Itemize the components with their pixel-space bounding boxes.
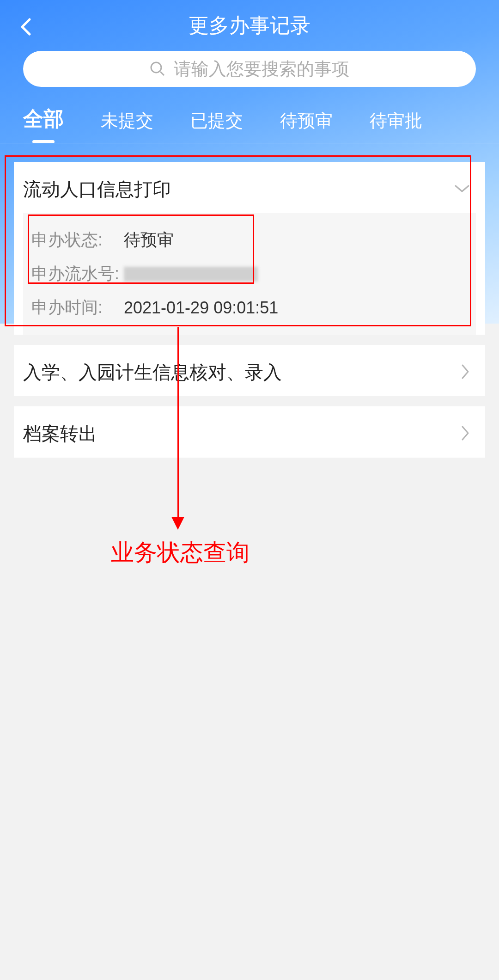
record-details: 申办状态: 待预审 申办流水号: 申办时间: 2021-01-29 09:01:… xyxy=(23,213,476,335)
tab-pending-approval[interactable]: 待审批 xyxy=(370,101,422,143)
search-icon xyxy=(150,61,165,77)
back-button[interactable] xyxy=(16,18,35,36)
chevron-right-icon xyxy=(460,363,470,382)
tab-submitted[interactable]: 已提交 xyxy=(190,101,243,143)
record-card-expanded: 流动人口信息打印 申办状态: 待预审 申办流水号: 申办时间: xyxy=(14,162,485,335)
search-placeholder: 请输入您要搜索的事项 xyxy=(174,57,349,81)
header-bar: 更多办事记录 xyxy=(0,0,499,51)
tab-bar: 全部 未提交 已提交 待预审 待审批 xyxy=(0,101,499,143)
detail-status-value: 待预审 xyxy=(124,229,174,251)
search-input[interactable]: 请输入您要搜索的事项 xyxy=(23,51,476,87)
tab-unsubmitted[interactable]: 未提交 xyxy=(101,101,153,143)
chevron-left-icon xyxy=(19,18,31,36)
detail-time-label: 申办时间: xyxy=(31,296,124,319)
detail-time-value: 2021-01-29 09:01:51 xyxy=(124,298,278,318)
record-card: 入学、入园计生信息核对、录入 xyxy=(14,345,485,396)
detail-status-label: 申办状态: xyxy=(31,229,124,251)
detail-serial-row: 申办流水号: xyxy=(31,257,468,291)
tab-pending-prereview[interactable]: 待预审 xyxy=(280,101,333,143)
svg-point-0 xyxy=(151,62,161,73)
detail-status-row: 申办状态: 待预审 xyxy=(31,223,468,257)
record-list: 流动人口信息打印 申办状态: 待预审 申办流水号: 申办时间: xyxy=(0,162,499,458)
record-title: 入学、入园计生信息核对、录入 xyxy=(23,360,282,385)
record-header[interactable]: 档案转出 xyxy=(14,406,485,458)
record-header[interactable]: 入学、入园计生信息核对、录入 xyxy=(14,345,485,396)
annotation-label: 业务状态查询 xyxy=(0,537,360,568)
chevron-down-icon xyxy=(454,184,470,196)
detail-serial-value-redacted xyxy=(124,267,258,282)
detail-time-row: 申办时间: 2021-01-29 09:01:51 xyxy=(31,291,468,325)
record-card: 档案转出 xyxy=(14,406,485,458)
record-header[interactable]: 流动人口信息打印 xyxy=(14,162,485,213)
page-title: 更多办事记录 xyxy=(189,12,310,39)
svg-line-1 xyxy=(160,72,164,75)
chevron-right-icon xyxy=(460,425,470,443)
tab-all[interactable]: 全部 xyxy=(23,101,64,143)
detail-serial-label: 申办流水号: xyxy=(31,263,124,285)
record-title: 档案转出 xyxy=(23,421,97,447)
record-title: 流动人口信息打印 xyxy=(23,177,171,202)
